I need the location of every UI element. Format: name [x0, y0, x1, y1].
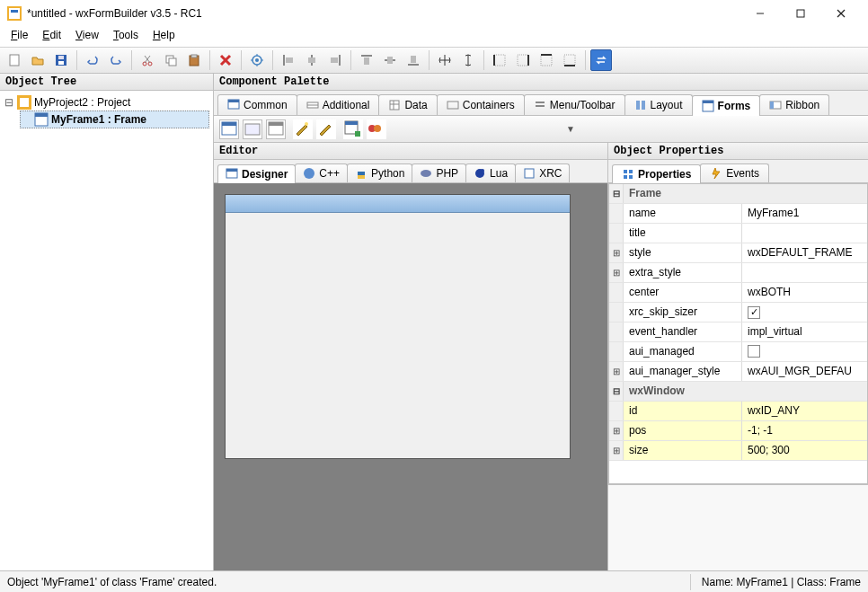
palette-item-dialog[interactable] [266, 119, 286, 139]
palette-tab-common[interactable]: Common [217, 94, 297, 115]
palette-item-frame[interactable] [219, 119, 239, 139]
editor-tab-cpp[interactable]: C++ [295, 163, 348, 182]
stretch-button[interactable] [457, 49, 479, 71]
property-category[interactable]: ⊟Frame [609, 184, 867, 204]
undo-button[interactable] [82, 49, 103, 71]
property-value[interactable]: MyFrame1 [742, 204, 867, 223]
align-center-v-button[interactable] [379, 49, 401, 71]
maximize-button[interactable] [780, 1, 820, 26]
palette-tab-containers[interactable]: Containers [437, 94, 525, 115]
redo-button[interactable] [105, 49, 127, 71]
palette-tab-additional[interactable]: Additional [297, 94, 380, 115]
tree-node-project[interactable]: ⊟ MyProject2 : Project [4, 94, 209, 110]
border-bottom-button[interactable] [559, 49, 580, 71]
editor-canvas[interactable] [214, 183, 607, 570]
align-center-h-button[interactable] [301, 49, 323, 71]
editor-tab-designer[interactable]: Designer [217, 164, 296, 183]
property-row[interactable]: ⊞aui_manager_stylewxAUI_MGR_DEFAU [609, 362, 867, 382]
palette-tab-forms[interactable]: Forms [692, 95, 761, 116]
property-row[interactable]: title [609, 224, 867, 243]
menu-view[interactable]: View [68, 27, 106, 47]
palette-item-wizard[interactable] [293, 119, 313, 139]
minimize-button[interactable] [740, 1, 780, 26]
expand-icon[interactable]: ⊞ [609, 243, 624, 262]
swap-button[interactable] [590, 49, 612, 71]
menu-file[interactable]: File [4, 27, 35, 47]
collapse-icon[interactable]: ⊟ [609, 184, 624, 203]
editor-tab-xrc[interactable]: XRC [515, 163, 570, 182]
properties-tab[interactable]: Properties [612, 164, 701, 183]
property-row[interactable]: xrc_skip_sizer✓ [609, 303, 867, 323]
property-value[interactable]: wxBOTH [742, 283, 867, 302]
expand-icon[interactable]: ⊞ [609, 263, 624, 282]
cut-button[interactable] [137, 49, 158, 71]
property-row[interactable]: ⊞size500; 300 [609, 441, 867, 461]
new-button[interactable] [4, 49, 25, 71]
property-value[interactable]: impl_virtual [742, 323, 867, 341]
property-row[interactable]: ⊞pos-1; -1 [609, 421, 867, 441]
svg-rect-71 [222, 122, 236, 126]
align-right-button[interactable] [324, 49, 346, 71]
property-value[interactable]: 500; 300 [742, 441, 867, 460]
align-top-button[interactable] [356, 49, 377, 71]
palette-tab-data[interactable]: Data [378, 94, 437, 115]
palette-tab-menu-toolbar[interactable]: Menu/Toolbar [524, 94, 625, 115]
save-button[interactable] [50, 49, 72, 71]
property-grid[interactable]: ⊟FramenameMyFrame1title⊞stylewxDEFAULT_F… [608, 183, 868, 484]
palette-item-menubar[interactable] [343, 119, 363, 139]
border-top-button[interactable] [536, 49, 557, 71]
collapse-icon[interactable]: ⊟ [609, 382, 624, 401]
property-value[interactable] [742, 263, 867, 282]
close-button[interactable] [820, 1, 861, 26]
generate-button[interactable] [246, 49, 268, 71]
category-name: Frame [624, 184, 867, 203]
expand-button[interactable] [434, 49, 456, 71]
checkbox[interactable] [748, 345, 760, 358]
delete-button[interactable] [215, 49, 236, 71]
editor-tab-lua[interactable]: Lua [465, 163, 516, 182]
checkbox[interactable]: ✓ [748, 306, 760, 319]
svg-rect-42 [494, 55, 505, 66]
expand-icon[interactable]: ⊞ [609, 441, 624, 460]
menu-tools[interactable]: Tools [106, 27, 146, 47]
property-row[interactable]: idwxID_ANY [609, 402, 867, 421]
property-value[interactable]: wxID_ANY [742, 402, 867, 420]
align-bottom-button[interactable] [403, 49, 424, 71]
editor-tab-php[interactable]: PHP [412, 163, 466, 182]
editor-tab-python[interactable]: Python [347, 163, 412, 182]
object-tree[interactable]: ⊟ MyProject2 : Project MyFrame1 : Frame [0, 91, 213, 570]
property-value[interactable] [742, 342, 867, 361]
events-tab[interactable]: Events [700, 163, 769, 182]
property-category[interactable]: ⊟wxWindow [609, 382, 867, 402]
property-value[interactable]: wxDEFAULT_FRAME [742, 243, 867, 262]
palette-dropdown-icon[interactable]: ▼ [566, 124, 575, 134]
align-left-button[interactable] [278, 49, 299, 71]
property-value[interactable] [742, 224, 867, 243]
copy-button[interactable] [160, 49, 182, 71]
property-row[interactable]: ⊞extra_style [609, 263, 867, 283]
open-button[interactable] [27, 49, 49, 71]
property-row[interactable]: nameMyFrame1 [609, 204, 867, 224]
property-value[interactable]: -1; -1 [742, 421, 867, 440]
palette-item-toolbar[interactable] [367, 119, 386, 139]
palette-item-wizard2[interactable] [316, 119, 336, 139]
palette-tab-ribbon[interactable]: Ribbon [759, 94, 829, 115]
collapse-icon[interactable]: ⊟ [4, 96, 14, 109]
menu-edit[interactable]: Edit [35, 27, 68, 47]
property-row[interactable]: ⊞stylewxDEFAULT_FRAME [609, 243, 867, 263]
border-left-button[interactable] [489, 49, 510, 71]
palette-tab-layout[interactable]: Layout [624, 94, 693, 115]
frame-preview[interactable] [225, 194, 571, 459]
property-row[interactable]: centerwxBOTH [609, 283, 867, 303]
property-value[interactable]: ✓ [742, 303, 867, 322]
palette-item-panel[interactable] [243, 119, 262, 139]
property-value[interactable]: wxAUI_MGR_DEFAU [742, 362, 867, 381]
expand-icon[interactable]: ⊞ [609, 362, 624, 381]
property-row[interactable]: aui_managed [609, 342, 867, 362]
expand-icon[interactable]: ⊞ [609, 421, 624, 440]
property-row[interactable]: event_handlerimpl_virtual [609, 323, 867, 342]
paste-button[interactable] [183, 49, 205, 71]
border-right-button[interactable] [512, 49, 534, 71]
menu-help[interactable]: Help [146, 27, 182, 47]
tree-node-frame[interactable]: MyFrame1 : Frame [20, 110, 209, 128]
